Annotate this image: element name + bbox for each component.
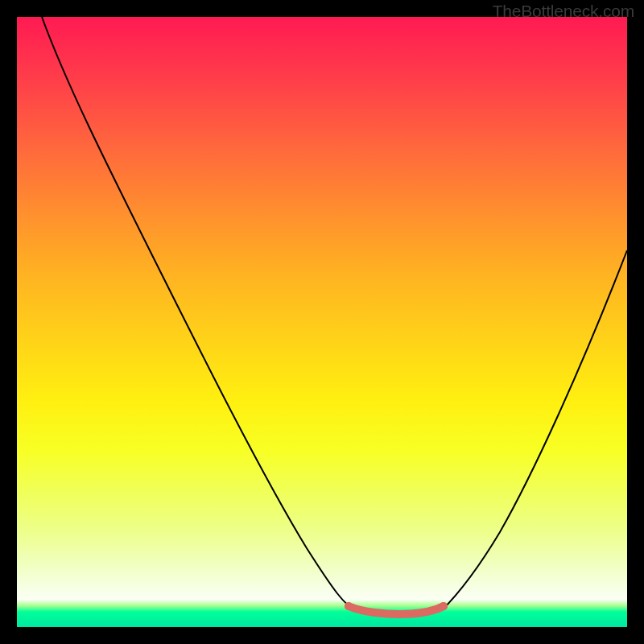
band-left-endcap-icon [345,602,353,610]
left-curve-line [42,17,355,610]
chart-svg [17,17,627,627]
right-curve-line [442,250,627,610]
watermark-text: TheBottleneck.com [493,2,634,21]
chart-container: TheBottleneck.com [0,0,644,644]
chart-plot-area [17,17,627,627]
bottom-band-line [349,606,444,614]
band-right-endcap-icon [440,602,448,610]
